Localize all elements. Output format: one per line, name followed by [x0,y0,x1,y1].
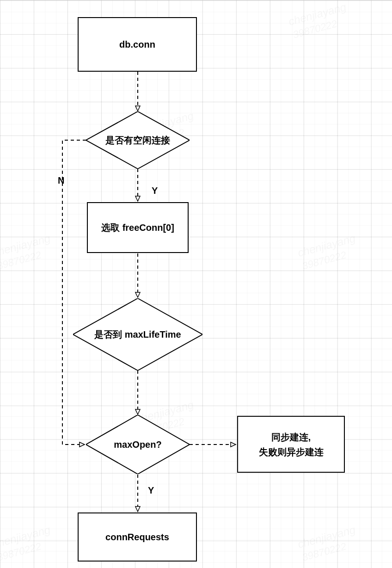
node-sync-connect: 同步建连, 失败则异步建连 [237,416,345,473]
watermark: chenjiayang39870222 [0,219,59,289]
edges-layer [0,0,392,568]
node-label: connRequests [105,530,169,544]
edge-label-no: N [58,175,64,186]
node-label: maxOpen? [114,439,161,450]
diagram-canvas: chenjiayang39870222 chenjiayang39870222 … [0,0,392,568]
node-label: 选取 freeConn[0] [101,220,174,235]
node-label: 是否到 maxLifeTime [94,328,181,341]
node-maxopen: maxOpen? [86,415,190,474]
node-label-line2: 失败则异步建连 [259,447,324,457]
edge-label-yes: Y [152,185,158,196]
watermark: chenjiayang39870222 [281,219,364,289]
node-conn-requests: connRequests [78,512,197,562]
node-max-lifetime: 是否到 maxLifeTime [73,298,202,370]
node-label-line1: 同步建连, [271,432,311,442]
watermark: chenjiayang39870222 [272,0,355,57]
edge-n2-n5 [62,140,86,445]
node-label: db.conn [119,37,155,52]
node-select-freeconn0: 选取 freeConn[0] [87,202,189,253]
node-db-conn: db.conn [78,17,197,72]
node-has-idle-conn: 是否有空闲连接 [86,111,190,169]
watermark: chenjiayang39870222 [281,510,364,568]
node-label: 同步建连, 失败则异步建连 [259,430,324,459]
edge-label-yes: Y [148,485,154,496]
watermark: chenjiayang39870222 [0,510,59,568]
node-label: 是否有空闲连接 [105,134,170,147]
